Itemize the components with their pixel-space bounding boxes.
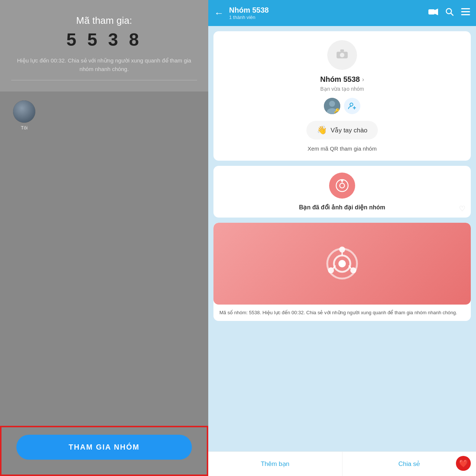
add-member-button[interactable]: [344, 98, 360, 114]
join-button-container: THAM GIA NHÓM: [0, 426, 208, 476]
menu-icon[interactable]: [461, 8, 470, 18]
svg-point-17: [340, 183, 345, 188]
search-icon[interactable]: [446, 8, 454, 18]
svg-point-22: [338, 260, 346, 267]
svg-point-2: [446, 9, 451, 14]
bottom-section: Thêm bạn Chia sẻ ❤️: [208, 451, 476, 476]
join-code-subtitle: Hiệu lực đến 00:32. Chia sẻ với những ng…: [11, 57, 197, 73]
svg-point-11: [329, 101, 335, 107]
heart-float-button[interactable]: ❤️: [456, 456, 471, 471]
qr-link[interactable]: Xem mã QR tham gia nhóm: [308, 145, 377, 152]
group-name[interactable]: Nhóm 5538: [320, 75, 360, 84]
message-bubble-1: Bạn đã đổi ảnh đại diện nhóm ♡: [213, 166, 471, 218]
left-panel: Mã tham gia: 5 5 3 8 Hiệu lực đến 00:32.…: [0, 0, 208, 476]
wave-button-label: Vẫy tay chào: [331, 126, 367, 134]
camera-icon: [336, 49, 348, 62]
back-button[interactable]: ←: [214, 7, 224, 19]
svg-point-23: [339, 247, 345, 253]
image-message: [213, 223, 471, 305]
header-subtitle: 1 thành viên: [229, 15, 428, 20]
header-actions: [428, 8, 470, 18]
avatar: [13, 100, 35, 123]
like-button-1[interactable]: ♡: [459, 204, 466, 213]
join-code-number: 5 5 3 8: [11, 29, 197, 50]
svg-point-18: [341, 179, 343, 181]
message-text-1: Bạn đã đổi ảnh đại diện nhóm: [220, 204, 464, 211]
group-created-text: Bạn vừa tạo nhóm: [320, 86, 364, 92]
svg-point-8: [340, 53, 344, 57]
join-group-button[interactable]: THAM GIA NHÓM: [16, 435, 192, 460]
header-info: Nhóm 5538 1 thành viên: [229, 6, 428, 20]
right-panel: ← Nhóm 5538 1 thành viên: [208, 0, 476, 476]
image-content: [213, 223, 471, 305]
group-members-row: 🔑: [324, 98, 360, 114]
divider: [11, 80, 197, 80]
svg-rect-5: [461, 11, 470, 12]
svg-marker-1: [435, 9, 438, 15]
member-item: Tôi: [11, 100, 37, 131]
bottom-actions: Thêm bạn Chia sẻ: [208, 451, 476, 476]
group-name-row: Nhóm 5538 ›: [320, 75, 364, 84]
image-caption: Mã số nhóm: 5538. Hiệu lực đến 00:32. Ch…: [213, 305, 471, 321]
group-member-avatar: 🔑: [324, 98, 340, 114]
join-code-section: Mã tham gia: 5 5 3 8 Hiệu lực đến 00:32.…: [0, 0, 208, 91]
header: ← Nhóm 5538 1 thành viên: [208, 0, 476, 26]
svg-rect-6: [461, 14, 470, 15]
avatar-image: [13, 100, 35, 123]
svg-rect-9: [340, 49, 344, 52]
member-name: Tôi: [21, 125, 28, 131]
svg-rect-4: [461, 8, 470, 9]
group-avatar[interactable]: [327, 40, 357, 70]
members-section: Tôi: [0, 91, 208, 139]
header-title: Nhóm 5538: [229, 6, 428, 15]
svg-rect-0: [428, 9, 435, 15]
join-code-label: Mã tham gia: 5 5 3 8: [11, 15, 197, 50]
group-info-card: Nhóm 5538 › Bạn vừa tạo nhóm 🔑: [213, 31, 471, 161]
chevron-right-icon: ›: [362, 76, 364, 83]
wave-emoji: 👋: [317, 125, 327, 135]
image-message-container: Mã số nhóm: 5538. Hiệu lực đến 00:32. Ch…: [213, 223, 471, 321]
message-icon: [329, 173, 355, 199]
svg-line-3: [451, 13, 453, 16]
add-friend-button[interactable]: Thêm bạn: [208, 452, 342, 476]
wave-button[interactable]: 👋 Vẫy tay chào: [306, 121, 378, 139]
svg-point-13: [350, 103, 353, 106]
chat-area: Bạn đã đổi ảnh đại diện nhóm ♡: [208, 161, 476, 451]
video-call-icon[interactable]: [428, 8, 438, 18]
